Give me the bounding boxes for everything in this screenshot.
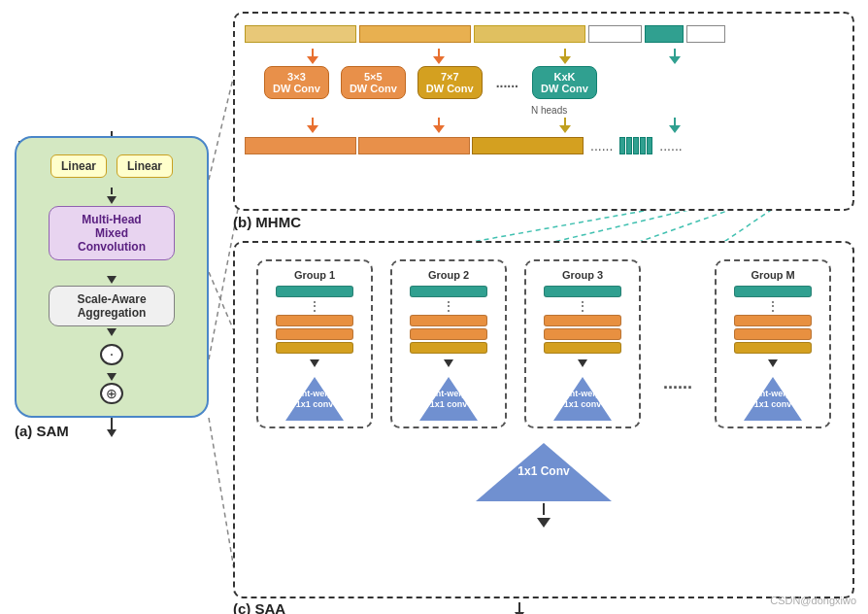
final-arrow-line bbox=[543, 503, 545, 515]
group-2-label: Group 2 bbox=[428, 269, 469, 281]
orange-layer-5 bbox=[544, 315, 621, 326]
group-m-label: Group M bbox=[751, 269, 794, 281]
feat-seg-4 bbox=[588, 25, 642, 43]
saa-inner-box: Scale-AwareAggregation bbox=[49, 286, 175, 326]
out-seg-2 bbox=[358, 137, 470, 154]
linear-box-2: Linear bbox=[117, 154, 173, 178]
group-2-arrow bbox=[444, 359, 453, 367]
big-conv-trapezoid: 1x1 Conv bbox=[476, 443, 612, 501]
orange-layer-6 bbox=[544, 328, 621, 340]
dw-conv-3x3: 3×3 DW Conv bbox=[264, 66, 329, 99]
dot-operator: · bbox=[100, 344, 123, 365]
out-seg-3 bbox=[472, 137, 584, 154]
feat-seg-3 bbox=[474, 25, 585, 43]
saa-main-panel: Group 1 ⋮ Light-weight1x1 conv Group bbox=[233, 241, 854, 598]
linear-box-1: Linear bbox=[50, 154, 107, 178]
dots-groups: ...... bbox=[663, 373, 692, 393]
arrow-col2-1 bbox=[250, 118, 376, 133]
orange-layer-4 bbox=[410, 328, 487, 340]
group-m-box: Group M ⋮ Light-weight1x1 conv bbox=[715, 259, 831, 428]
trapezoid-wrap-1: Light-weight1x1 conv bbox=[285, 369, 344, 421]
layer-dots-m: ⋮ bbox=[766, 299, 780, 313]
arrow-col-3 bbox=[502, 49, 628, 64]
mhmc-inner-box: Multi-HeadMixedConvolution bbox=[49, 206, 175, 260]
groups-row: Group 1 ⋮ Light-weight1x1 conv Group bbox=[247, 259, 841, 428]
group-2-layers: ⋮ bbox=[410, 286, 487, 354]
group-3-label: Group 3 bbox=[562, 269, 603, 281]
trapezoid-1-label: Light-weight1x1 conv bbox=[287, 389, 342, 410]
saa-label: (c) SAA bbox=[233, 600, 285, 614]
group-1-arrow bbox=[310, 359, 319, 367]
dw-conv-5x5: 5×5 DW Conv bbox=[341, 66, 406, 99]
arrow-2 bbox=[107, 276, 117, 284]
group-3-arrow bbox=[578, 359, 587, 367]
teal-stripe-1 bbox=[619, 137, 625, 154]
gold-layer-1 bbox=[276, 342, 353, 354]
group-1-label: Group 1 bbox=[294, 269, 335, 281]
final-arrow bbox=[537, 503, 551, 530]
final-arrow-head bbox=[537, 518, 551, 528]
teal-layer-m bbox=[734, 286, 812, 297]
group-3-box: Group 3 ⋮ Light-weight1x1 conv bbox=[524, 259, 641, 428]
arrow-4 bbox=[107, 373, 117, 381]
trapezoid-2-label: Light-weight1x1 conv bbox=[421, 389, 476, 410]
dw-conv-7x7: 7×7 DW Conv bbox=[417, 66, 483, 99]
dots-mid-mhmc: ...... bbox=[496, 75, 518, 90]
arrow-1 bbox=[107, 196, 117, 204]
feat-seg-5 bbox=[686, 25, 725, 43]
arrow-col-4 bbox=[628, 49, 720, 64]
trapezoid-wrap-2: Light-weight1x1 conv bbox=[419, 369, 478, 421]
arrow-3 bbox=[107, 328, 117, 336]
feat-seg-teal bbox=[645, 25, 684, 43]
teal-layer-3 bbox=[544, 286, 621, 297]
group-1-layers: ⋮ bbox=[276, 286, 353, 354]
trapezoid-m: Light-weight1x1 conv bbox=[744, 377, 802, 421]
arrow-col-1 bbox=[250, 49, 376, 64]
orange-layer-m2 bbox=[734, 328, 812, 340]
dw-conv-kxk: KxK DW Conv bbox=[532, 66, 597, 99]
linear-row: Linear Linear bbox=[50, 154, 173, 178]
mhmc-main-panel: 3×3 DW Conv 5×5 DW Conv 7×7 DW Conv ....… bbox=[233, 12, 854, 211]
gold-layer-3 bbox=[544, 342, 621, 354]
trapezoid-3: Light-weight1x1 conv bbox=[553, 377, 612, 421]
final-arrow-wrap bbox=[247, 503, 841, 530]
group-m-layers: ⋮ bbox=[734, 286, 812, 354]
n-heads-label: N heads bbox=[245, 105, 843, 116]
feat-seg-1 bbox=[245, 25, 356, 43]
arrow-spacer-1 bbox=[111, 188, 113, 194]
trapezoid-m-label: Light-weight1x1 conv bbox=[746, 389, 800, 410]
dw-conv-row: 3×3 DW Conv 5×5 DW Conv 7×7 DW Conv ....… bbox=[245, 66, 843, 99]
feat-seg-2 bbox=[359, 25, 471, 43]
gold-layer-m bbox=[734, 342, 812, 354]
layer-dots-2: ⋮ bbox=[442, 299, 455, 313]
arrow-col-2 bbox=[376, 49, 502, 64]
teal-stripe-2 bbox=[626, 137, 632, 154]
arrows-row-2 bbox=[245, 118, 843, 133]
trapezoid-3-label: Light-weight1x1 conv bbox=[555, 389, 610, 410]
trapezoid-wrap-m: Light-weight1x1 conv bbox=[744, 369, 802, 421]
svg-marker-20 bbox=[107, 429, 117, 437]
sam-label: (a) SAM bbox=[15, 423, 69, 439]
teal-stripe-3 bbox=[633, 137, 639, 154]
sam-panel: Linear Linear Multi-HeadMixedConvolution… bbox=[15, 136, 209, 418]
trapezoid-1: Light-weight1x1 conv bbox=[285, 377, 344, 421]
group-3-layers: ⋮ bbox=[544, 286, 621, 354]
sam-inner: Linear Linear Multi-HeadMixedConvolution… bbox=[26, 150, 197, 404]
dots-mid-2: ...... bbox=[590, 138, 613, 154]
orange-layer-2 bbox=[276, 328, 353, 340]
orange-layer-1 bbox=[276, 315, 353, 326]
watermark: CSDN@dongxiwo bbox=[770, 595, 856, 606]
orange-layer-m1 bbox=[734, 315, 812, 326]
out-seg-1 bbox=[245, 137, 356, 154]
big-conv-wrap: 1x1 Conv bbox=[247, 443, 841, 501]
layer-dots-1: ⋮ bbox=[308, 299, 321, 313]
output-feature-bar: ...... ...... bbox=[245, 137, 843, 154]
arrow-col2-2 bbox=[376, 118, 502, 133]
mhmc-label: (b) MHMC bbox=[233, 214, 301, 230]
arrow-col2-4 bbox=[628, 118, 720, 133]
teal-stripe-4 bbox=[640, 137, 646, 154]
arrow-col2-3 bbox=[502, 118, 628, 133]
group-m-arrow bbox=[768, 359, 778, 367]
dots-mid-3: ...... bbox=[659, 138, 682, 154]
arrows-row bbox=[245, 49, 843, 64]
